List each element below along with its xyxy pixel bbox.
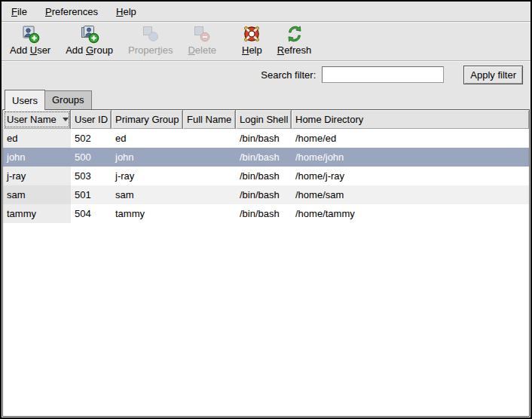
table-row[interactable]: j-ray 503 j-ray /bin/bash /home/j-ray: [3, 167, 529, 185]
table-row[interactable]: john 500 john /bin/bash /home/john: [3, 148, 529, 167]
refresh-icon: [285, 24, 304, 44]
table-row[interactable]: sam 501 sam /bin/bash /home/sam: [3, 185, 529, 204]
properties-button: Properties: [121, 23, 179, 57]
delete-icon: [192, 24, 212, 44]
refresh-button[interactable]: Refresh: [271, 23, 319, 57]
user-manager-window: File Preferences Help Add User: [0, 0, 532, 419]
toolbar: Add User Add Group: [2, 22, 530, 61]
add-user-icon: [20, 24, 40, 44]
column-header-login-shell[interactable]: Login Shell: [236, 110, 292, 129]
sort-arrow-icon: [63, 118, 69, 121]
tab-users[interactable]: Users: [5, 90, 45, 110]
menu-file[interactable]: File: [6, 4, 32, 20]
search-filter-row: Search filter: Apply filter: [2, 61, 530, 88]
table-body: ed 502 ed /bin/bash /home/ed john 500 jo…: [3, 129, 529, 223]
column-header-user-id[interactable]: User ID: [71, 110, 112, 129]
delete-label: Delete: [188, 44, 216, 56]
apply-filter-button[interactable]: Apply filter: [463, 66, 523, 84]
refresh-label: Refresh: [277, 44, 312, 56]
add-user-label: Add User: [10, 44, 50, 56]
add-group-label: Add Group: [66, 44, 113, 56]
add-group-icon: [80, 24, 99, 44]
help-icon: [242, 24, 261, 44]
table-empty-area: [3, 223, 529, 416]
column-header-full-name[interactable]: Full Name: [183, 110, 236, 129]
users-table: User Name User ID Primary Group Full Nam…: [2, 109, 530, 417]
column-header-user-name-label: User Name: [7, 114, 57, 125]
help-button-label: Help: [242, 44, 262, 56]
table-row[interactable]: ed 502 ed /bin/bash /home/ed: [3, 129, 529, 148]
search-filter-input[interactable]: [322, 66, 444, 83]
column-header-user-name[interactable]: User Name: [3, 110, 71, 129]
column-header-home-directory[interactable]: Home Directory: [292, 110, 529, 129]
tab-groups[interactable]: Groups: [44, 90, 92, 109]
properties-icon: [141, 24, 161, 44]
column-header-primary-group[interactable]: Primary Group: [112, 110, 183, 129]
delete-button: Delete: [181, 23, 223, 57]
menu-preferences[interactable]: Preferences: [40, 4, 103, 20]
add-user-button[interactable]: Add User: [3, 23, 57, 57]
tab-bar: Users Groups: [2, 88, 530, 109]
properties-label: Properties: [128, 44, 173, 56]
search-filter-label: Search filter:: [261, 69, 316, 81]
add-group-button[interactable]: Add Group: [59, 23, 120, 57]
menu-bar: File Preferences Help: [2, 2, 530, 22]
table-row[interactable]: tammy 504 tammy /bin/bash /home/tammy: [3, 204, 529, 223]
help-button[interactable]: Help: [235, 23, 269, 57]
menu-help[interactable]: Help: [111, 4, 142, 20]
table-header-row: User Name User ID Primary Group Full Nam…: [3, 110, 529, 129]
